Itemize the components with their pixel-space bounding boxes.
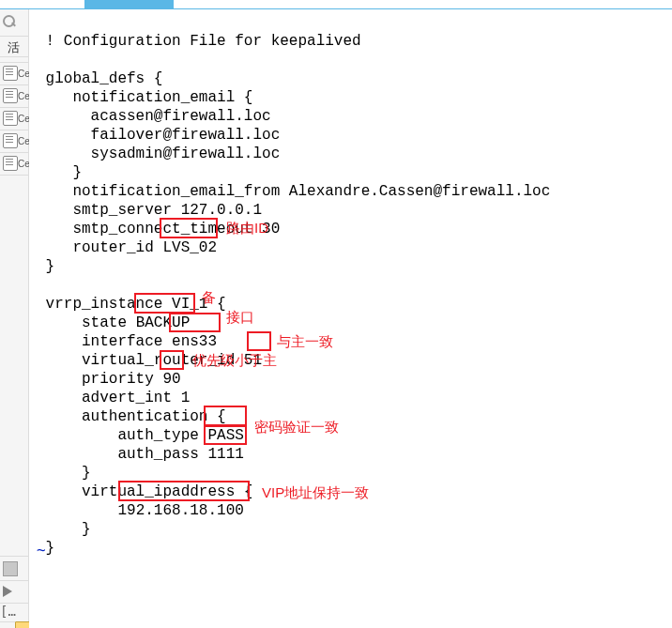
code-line: global_defs { [37, 70, 162, 87]
note-auth: 密码验证一致 [254, 419, 339, 436]
code-line: interface ens33 [37, 333, 217, 350]
note-state: 备 [202, 289, 216, 306]
code-content[interactable]: ! Configuration File for keepalived glob… [37, 13, 550, 558]
code-line: 192.168.18.100 [37, 502, 244, 519]
highlight-auth-type [204, 406, 247, 426]
code-line: sysadmin@firewall.loc [37, 146, 280, 162]
note-priority: 优先级小于主 [192, 352, 277, 369]
code-line: notification_email { [37, 89, 252, 106]
code-line: state BACKUP [37, 314, 190, 331]
folder-icon[interactable] [15, 620, 30, 628]
code-line: failover@firewall.loc [37, 127, 280, 144]
note-vrid: 与主一致 [277, 333, 333, 350]
gutter-tab-label: Ce [18, 114, 28, 124]
code-line: notification_email_from Alexandre.Cassen… [37, 183, 550, 200]
gutter-tab-label: Ce [18, 136, 28, 146]
highlight-state [134, 293, 195, 314]
editor-pane: ! Configuration File for keepalived glob… [29, 9, 672, 628]
code-line: ! Configuration File for keepalived [37, 33, 361, 50]
highlight-auth-pass [204, 425, 247, 445]
file-icon[interactable] [3, 66, 18, 81]
side-gutter: 活 Ce Ce Ce Ce Ce [… ,, [0, 9, 29, 628]
code-line: auth_pass 1111 [37, 446, 244, 463]
gutter-word: 活 [8, 39, 20, 56]
gutter-tab-label: Ce [18, 69, 28, 79]
file-icon[interactable] [3, 111, 18, 126]
note-interface: 接口 [226, 309, 254, 326]
code-line: } [37, 258, 54, 275]
highlight-router-id [160, 218, 218, 238]
code-line: vrrp_instance VI_1 { [37, 296, 226, 313]
code-line: advert_int 1 [37, 390, 190, 406]
code-line: } [37, 164, 82, 181]
code-line: } [37, 521, 91, 538]
vim-tilde: ~ [37, 541, 46, 559]
code-line: priority 90 [37, 371, 181, 388]
file-icon[interactable] [3, 88, 18, 103]
code-line: router_id LVS_02 [37, 239, 217, 256]
code-line: } [37, 465, 91, 482]
file-icon[interactable] [3, 133, 18, 148]
highlight-priority [160, 350, 184, 370]
square-icon[interactable] [3, 561, 18, 576]
highlight-vrid [247, 331, 271, 351]
play-icon[interactable] [3, 586, 18, 601]
note-vip: VIP地址保持一致 [262, 484, 369, 501]
file-icon[interactable] [3, 156, 18, 171]
search-icon[interactable] [3, 15, 18, 30]
code-line: acassen@firewall.loc [37, 108, 271, 125]
highlight-interface [169, 313, 221, 332]
bracket-icon[interactable]: [… [0, 604, 28, 619]
gutter-tab-label: Ce [18, 159, 28, 169]
code-line: smtp_server 127.0.0.1 [37, 202, 262, 219]
code-line: authentication { [37, 408, 226, 425]
note-router-id: 路由ID [226, 220, 268, 237]
highlight-vip [118, 481, 250, 501]
active-tab-indicator[interactable] [84, 0, 174, 8]
tab-strip [0, 0, 672, 9]
gutter-tab-label: Ce [18, 91, 28, 101]
